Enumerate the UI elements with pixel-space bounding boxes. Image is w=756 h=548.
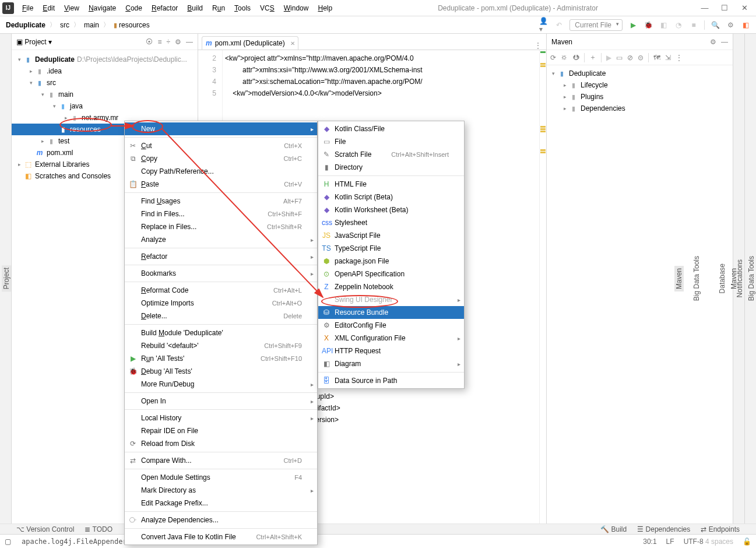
ctx-find-usages[interactable]: Find UsagesAlt+F7 (125, 195, 317, 208)
maven-dependencies[interactable]: ▸Dependencies (547, 103, 733, 114)
close-icon[interactable]: ✕ (290, 40, 295, 47)
search-icon[interactable]: 🔍 (711, 20, 720, 30)
ctx-open-in[interactable]: Open In▸ (125, 395, 317, 408)
panel-title[interactable]: ▣ Project ▾ (16, 38, 52, 46)
breadcrumb[interactable]: Deduplicate〉 src〉 main〉 resources (6, 20, 150, 29)
ctx-find-in-files[interactable]: Find in Files...Ctrl+Shift+F (125, 208, 317, 220)
tab-build[interactable]: 🔨 Build (600, 525, 627, 533)
run-config-combo[interactable]: Current File (569, 19, 623, 31)
ctx-cut[interactable]: ✂CutCtrl+X (125, 139, 317, 152)
download-icon[interactable]: ⮋ (572, 54, 579, 62)
gutter-maven2[interactable]: Maven (729, 266, 739, 291)
new-submenu[interactable]: ◆Kotlin Class/File ▭File ✎Scratch FileCt… (318, 121, 465, 389)
breadcrumb-resources[interactable]: resources (119, 21, 150, 29)
menu-window[interactable]: Window (280, 2, 312, 14)
status-lf[interactable]: LF (666, 538, 674, 546)
tree-java[interactable]: ▾java (12, 100, 198, 112)
expand-icon[interactable]: ≡ (157, 38, 161, 46)
menu-help[interactable]: Help (314, 2, 336, 14)
breadcrumb-root[interactable]: Deduplicate (6, 21, 45, 29)
tree-idea[interactable]: ▸.idea (12, 65, 198, 77)
ctx-module-settings[interactable]: Open Module SettingsF4 (125, 471, 317, 484)
back-icon[interactable]: ↶ (554, 20, 564, 30)
new-http-request[interactable]: APIHTTP Request (318, 345, 464, 357)
hide-icon[interactable]: — (186, 38, 193, 46)
ctx-refactor[interactable]: Refactor▸ (125, 250, 317, 263)
ctx-copy-path[interactable]: Copy Path/Reference... (125, 165, 317, 178)
ctx-build-module[interactable]: Build Module 'Deduplicate' (125, 326, 317, 339)
ctx-repair-ide[interactable]: Repair IDE on File (125, 424, 317, 437)
new-scratch[interactable]: ✎Scratch FileCtrl+Alt+Shift+Insert (318, 148, 464, 161)
toggle-icon[interactable]: ⊘ (627, 54, 633, 62)
menu-navigate[interactable]: Navigate (85, 2, 119, 14)
menu-run[interactable]: Run (209, 2, 228, 14)
ctx-mark-directory[interactable]: Mark Directory as▸ (125, 484, 317, 497)
ctx-copy[interactable]: ⧉CopyCtrl+C (125, 152, 317, 165)
new-diagram[interactable]: ◧Diagram▸ (318, 357, 464, 370)
context-menu[interactable]: New▸ ✂CutCtrl+X ⧉CopyCtrl+C Copy Path/Re… (124, 121, 318, 545)
menu-vcs[interactable]: VCS (256, 2, 278, 14)
run-icon[interactable]: ▶ (628, 20, 638, 30)
gutter-project[interactable]: Project (2, 265, 11, 291)
ctx-analyze[interactable]: Analyze▸ (125, 233, 317, 246)
hide-icon[interactable]: — (721, 38, 728, 46)
menu-file[interactable]: File (19, 2, 37, 14)
maximize-button[interactable]: ☐ (720, 3, 729, 12)
user-icon[interactable]: 👤▾ (539, 20, 548, 30)
gear-icon[interactable]: ⚙ (175, 38, 181, 46)
more-icon[interactable]: ⋮ (676, 54, 683, 62)
tab-endpoints[interactable]: ⇄ Endpoints (701, 525, 740, 533)
gutter-database[interactable]: Database (718, 261, 727, 296)
maven-tree[interactable]: ▾Deduplicate ▸Lifecycle ▸Plugins ▸Depend… (547, 65, 733, 117)
new-openapi[interactable]: ⊙OpenAPI Specification (318, 268, 464, 280)
new-stylesheet[interactable]: cssStylesheet (318, 216, 464, 229)
new-packagejson[interactable]: ⬢package.json File (318, 255, 464, 268)
marker-bar[interactable] (539, 50, 546, 524)
tree-root[interactable]: ▾DeduplicateD:\Projects\IdeaProjects\Ded… (12, 54, 198, 65)
ctx-more-run[interactable]: More Run/Debug▸ (125, 378, 317, 391)
tree-main[interactable]: ▾main (12, 89, 198, 100)
tab-more-icon[interactable]: ⋮ (535, 41, 541, 50)
new-editorconfig[interactable]: ⚙EditorConfig File (318, 319, 464, 332)
new-file[interactable]: ▭File (318, 135, 464, 148)
ctx-run-all-tests[interactable]: ▶Run 'All Tests'Ctrl+Shift+F10 (125, 352, 317, 365)
new-zeppelin[interactable]: ZZeppelin Notebook (318, 280, 464, 293)
refresh-icon[interactable]: ⟳ (550, 54, 556, 62)
gear-icon[interactable]: ⚙ (710, 38, 716, 46)
close-button[interactable]: ✕ (740, 3, 749, 12)
new-typescript[interactable]: TSTypeScript File (318, 242, 464, 255)
run-icon[interactable]: ▶ (606, 54, 611, 62)
breadcrumb-src[interactable]: src (60, 21, 69, 29)
ctx-reload[interactable]: ⟳Reload from Disk (125, 437, 317, 450)
new-data-source[interactable]: 🗄Data Source in Path (318, 374, 464, 387)
locate-icon[interactable]: ⦿ (146, 38, 153, 46)
gutter-bigdata2[interactable]: Big Data Tools (747, 254, 756, 303)
tab-todo[interactable]: ≣ TODO (85, 525, 112, 533)
new-javascript[interactable]: JSJavaScript File (318, 229, 464, 242)
status-encoding[interactable]: UTF-8 4 spaces (684, 538, 733, 546)
tab-dependencies[interactable]: ☰ Dependencies (637, 525, 690, 533)
ctx-compare[interactable]: ⇄Compare With...Ctrl+D (125, 454, 317, 467)
ctx-edit-package-prefix[interactable]: Edit Package Prefix... (125, 497, 317, 510)
maven-root[interactable]: ▾Deduplicate (547, 68, 733, 79)
ctx-reformat[interactable]: Reformat CodeCtrl+Alt+L (125, 284, 317, 297)
profile-icon[interactable]: ◔ (674, 20, 683, 30)
menu-code[interactable]: Code (122, 2, 146, 14)
ctx-optimize-imports[interactable]: Optimize ImportsCtrl+Alt+O (125, 297, 317, 310)
exec-icon[interactable]: ▭ (616, 54, 623, 62)
ctx-convert-kotlin[interactable]: Convert Java File to Kotlin FileCtrl+Alt… (125, 531, 317, 543)
coverage-icon[interactable]: ◧ (659, 20, 668, 30)
gutter-maven[interactable]: Maven (674, 266, 684, 291)
status-readonly-icon[interactable]: 🔓 (743, 538, 751, 546)
new-directory[interactable]: ▮Directory (318, 161, 464, 174)
maven-lifecycle[interactable]: ▸Lifecycle (547, 79, 733, 91)
ctx-analyze-deps[interactable]: ⧂Analyze Dependencies... (125, 514, 317, 526)
editor-tab-pom[interactable]: pom.xml (Deduplicate) ✕ (202, 36, 298, 50)
main-menu[interactable]: File Edit View Navigate Code Refactor Bu… (19, 2, 336, 14)
ctx-delete[interactable]: Delete...Delete (125, 310, 317, 322)
minimize-button[interactable]: — (700, 3, 709, 12)
breadcrumb-main[interactable]: main (84, 21, 99, 29)
ctx-local-history[interactable]: Local History▸ (125, 412, 317, 424)
tree-src[interactable]: ▾src (12, 77, 198, 89)
debug-icon[interactable]: 🐞 (644, 20, 653, 30)
